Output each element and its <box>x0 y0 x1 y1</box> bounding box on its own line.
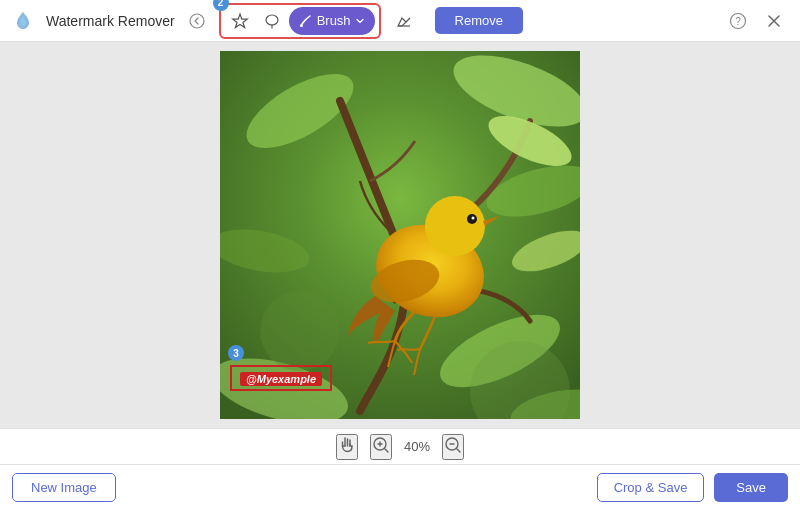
back-icon <box>189 13 205 29</box>
save-button[interactable]: Save <box>714 473 788 502</box>
watermark-selection[interactable]: 3 @Myexample <box>230 365 332 391</box>
eraser-tool-button[interactable] <box>389 7 419 35</box>
hand-tool-button[interactable] <box>336 434 358 460</box>
zoom-in-icon <box>372 436 390 454</box>
close-button[interactable] <box>760 7 788 35</box>
zoom-out-icon <box>444 436 462 454</box>
close-icon <box>767 14 781 28</box>
watermark-text: @Myexample <box>240 372 322 386</box>
lasso-icon <box>263 12 281 30</box>
toolbar: 2 <box>219 3 419 39</box>
zoom-bar: 40% <box>0 428 800 464</box>
badge-2: 2 <box>213 0 229 11</box>
svg-point-17 <box>472 217 475 220</box>
svg-point-2 <box>300 24 303 27</box>
zoom-level: 40% <box>404 439 430 454</box>
new-image-button[interactable]: New Image <box>12 473 116 502</box>
remove-button[interactable]: Remove <box>435 7 523 34</box>
footer-right: Crop & Save Save <box>597 473 788 502</box>
svg-point-1 <box>266 15 278 25</box>
main-canvas-area: 3 @Myexample <box>0 42 800 428</box>
app-title: Watermark Remover <box>46 13 175 29</box>
svg-text:?: ? <box>735 16 741 27</box>
help-button[interactable]: ? <box>724 7 752 35</box>
svg-point-0 <box>190 14 204 28</box>
titlebar-left: Watermark Remover 2 <box>12 3 523 39</box>
brush-label: Brush <box>317 13 351 28</box>
polygon-icon <box>231 12 249 30</box>
titlebar: Watermark Remover 2 <box>0 0 800 42</box>
footer-bar: New Image Crop & Save Save <box>0 464 800 510</box>
tool-group: 2 <box>219 3 381 39</box>
app-icon <box>12 10 34 32</box>
svg-point-14 <box>425 196 485 256</box>
chevron-down-icon <box>355 16 365 26</box>
back-button[interactable] <box>183 7 211 35</box>
footer-left: New Image <box>12 473 116 502</box>
help-icon: ? <box>729 12 747 30</box>
crop-save-button[interactable]: Crop & Save <box>597 473 705 502</box>
brush-tool-button[interactable]: Brush <box>289 7 375 35</box>
bird-image[interactable] <box>220 51 580 419</box>
polygon-tool-button[interactable] <box>225 7 255 35</box>
watermark-badge: 3 <box>228 345 244 361</box>
image-container: 3 @Myexample <box>220 51 580 419</box>
lasso-tool-button[interactable] <box>257 7 287 35</box>
brush-icon <box>299 14 313 28</box>
hand-icon <box>338 436 356 454</box>
eraser-icon <box>395 12 413 30</box>
titlebar-right: ? <box>724 7 788 35</box>
zoom-out-button[interactable] <box>442 434 464 460</box>
nav-buttons <box>183 7 211 35</box>
svg-point-20 <box>260 291 340 371</box>
zoom-in-button[interactable] <box>370 434 392 460</box>
